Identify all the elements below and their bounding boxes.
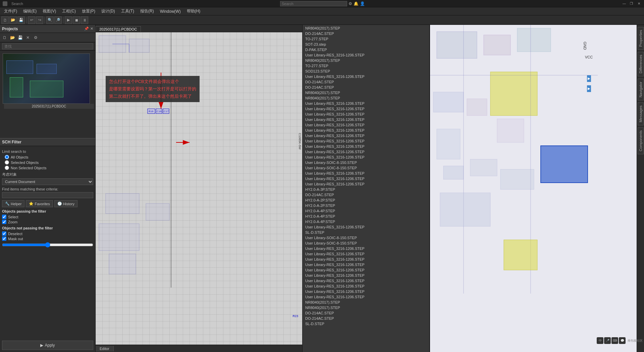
close-project-button[interactable]: ✕ bbox=[24, 34, 31, 41]
file-list-item[interactable]: User Library-RES_3216-1206.STEP bbox=[303, 257, 429, 262]
menu-design[interactable]: 设计(D) bbox=[99, 8, 118, 15]
selected-objects-radio[interactable] bbox=[5, 160, 9, 165]
zoom-checkbox[interactable] bbox=[2, 220, 6, 224]
mask-out-checkbox[interactable] bbox=[2, 236, 6, 241]
undo-button[interactable]: ↩ bbox=[28, 16, 35, 24]
file-list-item[interactable]: User Library-RES_3216-1206.STEP bbox=[303, 224, 429, 230]
history-button[interactable]: 🕐 History bbox=[54, 200, 77, 207]
file-list-item[interactable]: User Library-RES_3216-1206.STEP bbox=[303, 294, 429, 300]
file-list-item[interactable]: User Library-SOIC-8-150.STEP bbox=[303, 160, 429, 165]
criteria-input[interactable] bbox=[2, 192, 93, 198]
file-list-item[interactable]: User Library-RES_3216-1206.STEP bbox=[303, 246, 429, 251]
gear-icon[interactable]: ⚙ bbox=[348, 1, 352, 6]
editor-tab-main[interactable]: 20250317(1).PCBDOC bbox=[96, 26, 141, 32]
settings-project-button[interactable]: ⚙ bbox=[32, 34, 39, 41]
file-list-item[interactable]: DO-214AC.STEP bbox=[303, 85, 429, 90]
file-list-item[interactable]: HY2.0-A-4P.STEP bbox=[303, 219, 429, 224]
select-checkbox-item[interactable]: Select bbox=[2, 215, 93, 219]
file-list-item[interactable]: User Library-SOIC-8-150.STEP bbox=[303, 235, 429, 240]
file-list-item[interactable]: NR8040(2017).STEP bbox=[303, 305, 429, 310]
non-selected-objects-option[interactable]: Non Selected Objects bbox=[5, 166, 93, 170]
file-list-item[interactable]: User Library-RES_3216-1206.STEP bbox=[303, 251, 429, 257]
file-list-item[interactable]: User Library-RES_3216-1206.STEP bbox=[303, 101, 429, 106]
selected-objects-option[interactable]: Selected Objects bbox=[5, 160, 93, 165]
tab-differences[interactable]: Differences bbox=[638, 52, 644, 76]
file-list-item[interactable]: NR8040(2017).STEP bbox=[303, 90, 429, 95]
open-button[interactable]: 📂 bbox=[9, 16, 17, 24]
file-list-item[interactable]: User Library-RES_3216-1206.STEP bbox=[303, 283, 429, 289]
file-list-item[interactable]: User Library-RES_3216-1206.STEP bbox=[303, 289, 429, 294]
file-list-item[interactable]: SOD123.STEP bbox=[303, 69, 429, 74]
file-list-item[interactable]: HY2.0-A-2P.STEP bbox=[303, 203, 429, 208]
file-list-item[interactable]: HY2.0-A-4P.STEP bbox=[303, 214, 429, 219]
file-list-item[interactable]: User Library-RES_3216-1206.STEP bbox=[303, 128, 429, 133]
file-list-item[interactable]: TO-277.STEP bbox=[303, 36, 429, 42]
canvas-area[interactable]: R16 C16 C17 bbox=[96, 32, 302, 345]
file-list-item[interactable]: User Library-RES_3216-1206.STEP bbox=[303, 149, 429, 155]
stop-button[interactable]: ⏹ bbox=[73, 16, 80, 24]
tab-navigator[interactable]: Navigator bbox=[638, 79, 644, 100]
redo-button[interactable]: ↪ bbox=[36, 16, 43, 24]
file-list-item[interactable]: User Library-RES_3216-1206.STEP bbox=[303, 262, 429, 267]
pause-button[interactable]: ⏸ bbox=[81, 16, 88, 24]
zoom-out-button[interactable]: 🔎 bbox=[54, 16, 62, 24]
pcb-view[interactable]: GND VCC ▶ ▶ bbox=[430, 25, 637, 352]
file-list-item[interactable]: User Library-RES_3216-1206.STEP bbox=[303, 117, 429, 122]
save-button[interactable]: 💾 bbox=[17, 16, 25, 24]
menu-view[interactable]: 视图(V) bbox=[40, 8, 59, 15]
zoom-checkbox-item[interactable]: Zoom bbox=[2, 220, 93, 224]
file-list-item[interactable]: SOT-23.step bbox=[303, 42, 429, 47]
file-list-item[interactable]: User Library-SOIC-8-150.STEP bbox=[303, 165, 429, 171]
file-list-item[interactable]: User Library-RES_3216-1206.STEP bbox=[303, 112, 429, 117]
favorites-button[interactable]: ⭐ Favorites bbox=[26, 200, 53, 207]
file-list-item[interactable]: HY2.0-A-2P.STEP bbox=[303, 197, 429, 203]
titlebar-search-input[interactable] bbox=[280, 1, 347, 6]
menu-edit[interactable]: 编辑(E) bbox=[20, 8, 39, 15]
file-list-item[interactable]: HY2.0-A-4P.STEP bbox=[303, 208, 429, 214]
file-list-item[interactable]: User Library-RES_3216-1206.STEP bbox=[303, 74, 429, 79]
all-objects-option[interactable]: All Objects bbox=[5, 155, 93, 159]
menu-help[interactable]: 帮助(H) bbox=[184, 8, 203, 15]
file-list-item[interactable]: NR8040(2017).STEP bbox=[303, 58, 429, 63]
tab-components[interactable]: Components bbox=[638, 127, 644, 154]
file-list-item[interactable]: TO-277.STEP bbox=[303, 63, 429, 69]
menu-tools[interactable]: 工具(T) bbox=[118, 8, 137, 15]
open-project-button[interactable]: 📂 bbox=[9, 34, 16, 41]
all-objects-radio[interactable] bbox=[5, 155, 9, 159]
apply-button[interactable]: ▶ Apply bbox=[2, 341, 93, 350]
menu-window[interactable]: Window(W) bbox=[157, 8, 183, 14]
new-button[interactable]: 🗋 bbox=[1, 16, 9, 24]
file-list-item[interactable]: NR8040(2017).STEP bbox=[303, 95, 429, 101]
projects-search-input[interactable] bbox=[2, 43, 93, 49]
opacity-slider[interactable] bbox=[2, 242, 93, 248]
consider-objects-select[interactable]: Current Document bbox=[2, 178, 93, 185]
menu-reports[interactable]: 报告(R) bbox=[138, 8, 157, 15]
run-button[interactable]: ▶ bbox=[65, 16, 72, 24]
file-list-item[interactable]: User Library-SOIC-8-150.STEP bbox=[303, 240, 429, 246]
mask-out-checkbox-item[interactable]: Mask out bbox=[2, 236, 93, 241]
bell-icon[interactable]: 🔔 bbox=[354, 1, 359, 6]
tab-messages[interactable]: Messages bbox=[638, 102, 644, 125]
file-list-item[interactable]: DO-214AC.STEP bbox=[303, 192, 429, 197]
file-list-item[interactable]: User Library-RES_3216-1206.STEP bbox=[303, 181, 429, 187]
file-list-item[interactable]: User Library-RES_3216-1206.STEP bbox=[303, 52, 429, 58]
user-icon[interactable]: 👤 bbox=[360, 1, 365, 6]
file-list-item[interactable]: User Library-RES_3216-1206.STEP bbox=[303, 267, 429, 273]
helper-button[interactable]: 🔧 Helper bbox=[2, 200, 24, 207]
file-list-item[interactable]: DO-214AC.STEP bbox=[303, 31, 429, 36]
file-list-item[interactable]: NR8040(2017).STEP bbox=[303, 300, 429, 305]
file-list-item[interactable]: HY2.0-A-3P.STEP bbox=[303, 187, 429, 192]
file-list-item[interactable]: User Library-RES_3216-1206.STEP bbox=[303, 144, 429, 149]
file-list-item[interactable]: User Library-RES_3216-1206.STEP bbox=[303, 278, 429, 283]
file-list-item[interactable]: User Library-RES_3216-1206.STEP bbox=[303, 106, 429, 112]
file-list-item[interactable]: User Library-RES_3216-1206.STEP bbox=[303, 122, 429, 128]
file-list-item[interactable]: User Library-RES_3216-1206.STEP bbox=[303, 176, 429, 181]
file-list-item[interactable]: DO-214AC.STEP bbox=[303, 316, 429, 321]
file-list-item[interactable]: NR8040(2017).STEP bbox=[303, 26, 429, 31]
menu-place[interactable]: 放置(P) bbox=[79, 8, 98, 15]
menu-file[interactable]: 文件(F) bbox=[1, 8, 20, 15]
zoom-in-button[interactable]: 🔍 bbox=[46, 16, 54, 24]
file-list-item[interactable]: D-PAK.STEP bbox=[303, 47, 429, 52]
new-project-button[interactable]: 🗋 bbox=[1, 34, 8, 41]
save-project-button[interactable]: 💾 bbox=[17, 34, 23, 41]
